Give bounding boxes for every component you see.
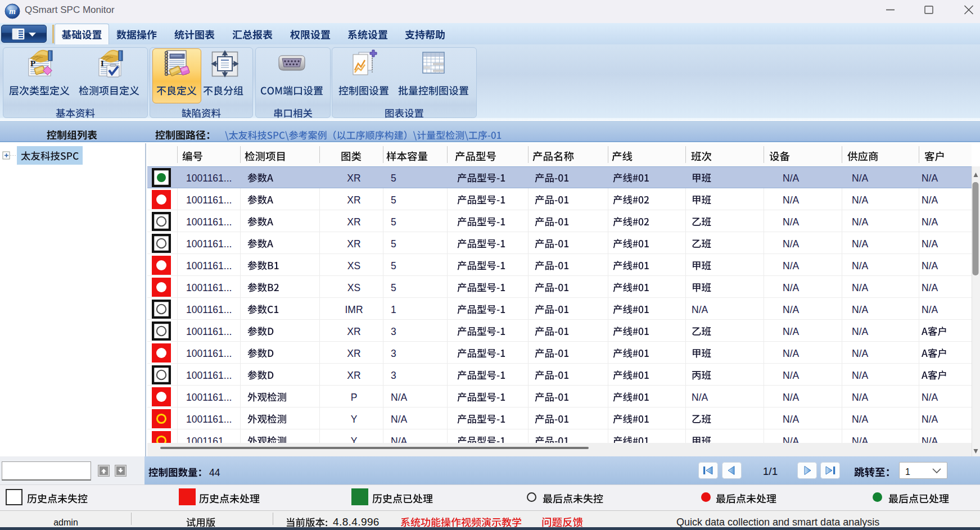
svg-text:I: I [101,59,104,68]
svg-text:m: m [9,7,16,16]
